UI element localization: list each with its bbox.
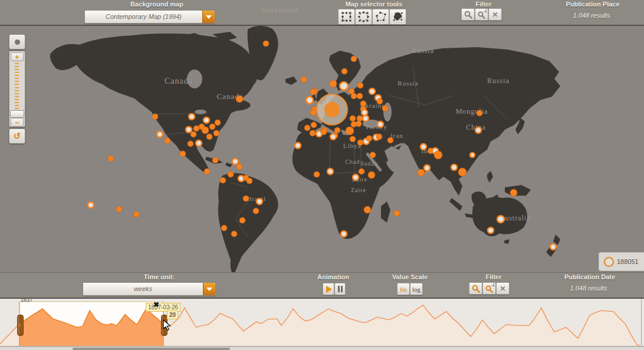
scale-linear-button[interactable]: lin <box>397 283 410 295</box>
map-dot[interactable] <box>108 156 114 161</box>
map-dot[interactable] <box>236 95 243 103</box>
map-dot[interactable] <box>213 130 219 136</box>
place-filter-clear-button[interactable]: ✕ <box>488 8 502 21</box>
map-dot[interactable] <box>311 122 317 128</box>
world-map[interactable]: CanadaCanadaRussiaRussiaRussiaMongoliaCh… <box>0 25 644 272</box>
date-filter-clear-button[interactable]: ✕ <box>496 282 510 295</box>
time-unit-dropdown[interactable]: weeks <box>83 282 216 296</box>
map-dot[interactable] <box>221 225 227 231</box>
map-dot[interactable] <box>263 41 269 47</box>
zoom-slider-handle[interactable] <box>10 110 24 118</box>
map-dot[interactable] <box>88 202 94 208</box>
scale-log-button[interactable]: log <box>410 283 423 295</box>
timeline-scrollbar-thumb[interactable] <box>73 348 230 350</box>
map-dot[interactable] <box>334 127 340 133</box>
dropdown-chevron-button[interactable] <box>203 283 215 295</box>
map-dot[interactable] <box>180 151 186 157</box>
map-dot[interactable] <box>424 165 430 171</box>
map-dot[interactable] <box>377 121 383 127</box>
map-dot[interactable] <box>203 117 209 123</box>
map-dot[interactable] <box>418 169 425 176</box>
map-dot[interactable] <box>196 140 202 146</box>
map-dot[interactable] <box>327 169 333 174</box>
map-dot[interactable] <box>188 141 193 147</box>
map-dot[interactable] <box>310 130 316 136</box>
map-dot[interactable] <box>477 110 482 116</box>
map-dot[interactable] <box>376 134 382 140</box>
map-dot[interactable] <box>321 129 327 135</box>
animation-play-button[interactable] <box>323 283 334 295</box>
ellipse-select-button[interactable] <box>355 9 372 25</box>
zoom-slider[interactable]: + − <box>9 51 25 127</box>
map-dot[interactable] <box>550 244 556 250</box>
map-dot[interactable] <box>243 196 249 202</box>
map-mode-button[interactable] <box>9 34 25 49</box>
map-dot[interactable] <box>157 131 163 137</box>
map-dot[interactable] <box>394 210 400 216</box>
map-dot[interactable] <box>470 153 475 157</box>
map-dot[interactable] <box>353 174 359 180</box>
map-dot[interactable] <box>362 110 367 115</box>
map-dot[interactable] <box>420 144 426 150</box>
map-dot[interactable] <box>301 77 307 82</box>
date-filter-apply-button[interactable] <box>469 282 482 295</box>
map-dot[interactable] <box>206 134 212 140</box>
map-dot[interactable] <box>231 231 237 237</box>
map-dot[interactable] <box>232 159 238 164</box>
zoom-in-button[interactable]: + <box>11 52 24 61</box>
map-dot[interactable] <box>186 127 192 133</box>
map-dot[interactable] <box>228 171 234 177</box>
map-dot[interactable] <box>357 82 363 88</box>
map-dot[interactable] <box>370 152 376 158</box>
map-dot[interactable] <box>368 171 375 179</box>
timeline-chart[interactable] <box>0 297 644 346</box>
place-filter-inverse-button[interactable]: -1 <box>475 8 488 21</box>
date-filter-inverse-button[interactable]: -1 <box>482 282 496 295</box>
map-dot[interactable] <box>346 127 354 135</box>
map-dot[interactable] <box>387 137 393 143</box>
brush-close-icon[interactable]: ✖ <box>153 301 159 309</box>
map-dot[interactable] <box>340 82 348 90</box>
place-filter-apply-button[interactable] <box>461 8 475 21</box>
dropdown-chevron-button[interactable] <box>202 11 215 23</box>
animation-pause-button[interactable] <box>334 283 346 295</box>
map-dot[interactable] <box>488 227 494 233</box>
rectangle-select-button[interactable] <box>338 9 355 25</box>
map-dot[interactable] <box>369 88 375 94</box>
map-dot[interactable] <box>247 178 252 184</box>
map-dot[interactable] <box>314 171 320 177</box>
map-dot[interactable] <box>212 157 218 163</box>
map-dot[interactable] <box>220 177 226 183</box>
map-dot[interactable] <box>202 127 209 134</box>
map-dot[interactable] <box>364 206 371 213</box>
timeline-scrollbar[interactable] <box>0 346 644 350</box>
map-dot[interactable] <box>193 126 199 131</box>
focus-circle[interactable] <box>317 94 347 125</box>
map-dot[interactable] <box>341 231 347 237</box>
map-dot[interactable] <box>351 121 357 127</box>
map-dot[interactable] <box>253 208 259 214</box>
map-dot[interactable] <box>330 134 336 140</box>
map-dot[interactable] <box>204 169 210 174</box>
brush-handle-left[interactable]: ‹ <box>17 315 24 336</box>
timeline-panel[interactable]: 1837 ‹ › 1837-03-26 20 ✖ <box>0 297 644 350</box>
map-dot[interactable] <box>310 110 316 115</box>
background-map-dropdown[interactable]: Contemporary Map (1994) <box>84 10 215 24</box>
map-dot[interactable] <box>351 93 357 99</box>
map-dot[interactable] <box>236 164 242 170</box>
polygon-select-button[interactable] <box>372 9 389 25</box>
map-dot[interactable] <box>357 140 363 146</box>
map-dot[interactable] <box>377 98 383 104</box>
map-dot[interactable] <box>475 127 481 133</box>
map-dot[interactable] <box>257 199 262 204</box>
map-dot[interactable] <box>497 216 504 223</box>
map-dot[interactable] <box>351 56 357 62</box>
map-dot[interactable] <box>165 138 170 144</box>
map-dot[interactable] <box>350 136 356 142</box>
map-dot[interactable] <box>239 217 245 223</box>
map-dot[interactable] <box>190 131 196 137</box>
map-dot[interactable] <box>350 115 356 121</box>
country-select-button[interactable] <box>389 9 406 25</box>
map-dot[interactable] <box>458 168 466 176</box>
map-dot[interactable] <box>306 97 313 104</box>
